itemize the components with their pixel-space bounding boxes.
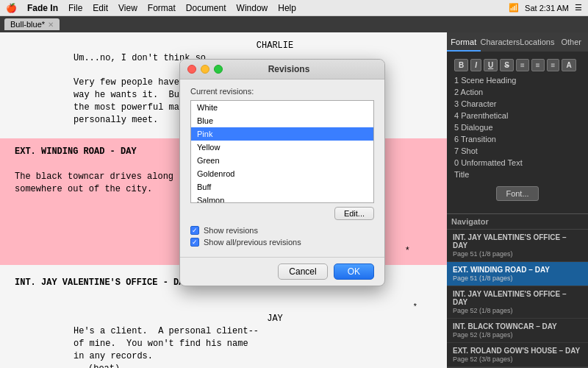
format-toolbar: B I U S ≡ ≡ ≡ A — [451, 56, 584, 74]
cancel-button[interactable]: Cancel — [278, 263, 327, 280]
revision-white[interactable]: White — [191, 101, 373, 114]
nav-item-1[interactable]: EXT. WINDING ROAD – DAY Page 51 (1/8 pag… — [447, 262, 588, 286]
revision-blue[interactable]: Blue — [191, 114, 373, 127]
nav-title-4: EXT. ROLAND GOW'S HOUSE – DAY — [453, 347, 582, 355]
tab-format[interactable]: Format — [447, 32, 481, 52]
nav-title-0: INT. JAY VALENTINE'S OFFICE – DAY — [453, 233, 582, 250]
navigator-header: Navigator — [447, 214, 588, 230]
revisions-dialog: Revisions Current revisions: White Blue … — [179, 59, 385, 286]
nav-page-1: Page 51 (1/8 pages) — [453, 275, 582, 282]
style-action[interactable]: 2 Action — [451, 86, 584, 98]
checkbox-section: ✓ Show revisions ✓ Show all/previous rev… — [190, 226, 374, 247]
character-jay-2: JAY — [118, 313, 432, 325]
style-shot[interactable]: 7 Shot — [451, 145, 584, 157]
menubar: 🍎 Fade In File Edit View Format Document… — [0, 0, 588, 16]
style-dialogue[interactable]: 5 Dialogue — [451, 121, 584, 133]
align-left-button[interactable]: ≡ — [516, 59, 529, 71]
show-revisions-label: Show revisions — [204, 226, 258, 235]
style-transition[interactable]: 6 Transition — [451, 133, 584, 145]
style-unformatted[interactable]: 0 Unformatted Text — [451, 157, 584, 169]
bold-button[interactable]: B — [454, 59, 468, 71]
revision-goldenrod[interactable]: Goldenrod — [191, 167, 373, 180]
revisions-listbox[interactable]: White Blue Pink Yellow Green Goldenrod B… — [190, 100, 374, 203]
dialog-titlebar: Revisions — [180, 60, 384, 79]
underline-button[interactable]: U — [484, 59, 498, 71]
show-all-revisions-row: ✓ Show all/previous revisions — [190, 238, 374, 247]
tab-other[interactable]: Other — [554, 32, 588, 52]
style-parenthetical[interactable]: 4 Parenthetical — [451, 110, 584, 121]
show-revisions-checkbox[interactable]: ✓ — [190, 226, 199, 235]
format-panel: B I U S ≡ ≡ ≡ A 1 Scene Heading 2 Action… — [447, 52, 588, 213]
font-button[interactable]: Font... — [496, 186, 538, 201]
dialog-body: Current revisions: White Blue Pink Yello… — [180, 79, 384, 257]
wifi-icon: 📶 — [509, 3, 519, 13]
apple-menu[interactable]: 🍎 — [6, 3, 17, 13]
menu-window[interactable]: Window — [237, 3, 268, 13]
nav-item-0[interactable]: INT. JAY VALENTINE'S OFFICE – DAY Page 5… — [447, 230, 588, 262]
revision-buff[interactable]: Buff — [191, 180, 373, 194]
revision-salmon[interactable]: Salmon — [191, 194, 373, 203]
menu-format[interactable]: Format — [148, 3, 176, 13]
nav-page-2: Page 52 (1/8 pages) — [453, 307, 582, 314]
italic-button[interactable]: I — [470, 59, 481, 71]
right-panel: Format Characters Locations Other B I U … — [447, 32, 588, 368]
tab-label: Bull-blue* — [10, 20, 45, 29]
menu-file[interactable]: File — [68, 3, 82, 13]
style-character[interactable]: 3 Character — [451, 98, 584, 110]
tab-locations[interactable]: Locations — [520, 32, 554, 52]
dialogue-jay-2: He's a client. A personal client-- of mi… — [74, 325, 373, 362]
nav-title-3: INT. BLACK TOWNCAR – DAY — [453, 322, 582, 330]
menu-edit[interactable]: Edit — [93, 3, 108, 13]
nav-page-4: Page 52 (3/8 pages) — [453, 355, 582, 363]
menu-view[interactable]: View — [118, 3, 137, 13]
style-list: 1 Scene Heading 2 Action 3 Character 4 P… — [451, 74, 584, 180]
nav-title-1: EXT. WINDING ROAD – DAY — [453, 266, 582, 274]
parenthetical-beat: (beat) — [88, 363, 432, 368]
revision-green[interactable]: Green — [191, 154, 373, 167]
battery-time: Sat 2:31 AM — [525, 4, 569, 13]
nav-item-3[interactable]: INT. BLACK TOWNCAR – DAY Page 52 (1/8 pa… — [447, 319, 588, 343]
align-right-button[interactable]: ≡ — [547, 59, 560, 71]
tab-bull-blue[interactable]: Bull-blue* ✕ — [4, 18, 60, 30]
tabbar: Bull-blue* ✕ — [0, 16, 588, 32]
tab-characters[interactable]: Characters — [481, 32, 520, 52]
nav-page-3: Page 52 (1/8 pages) — [453, 331, 582, 339]
style-title[interactable]: Title — [451, 169, 584, 180]
style-scene-heading[interactable]: 1 Scene Heading — [451, 74, 584, 86]
nav-title-2: INT. JAY VALENTINE'S OFFICE – DAY — [453, 290, 582, 306]
strikethrough-button[interactable]: S — [500, 59, 514, 71]
app-name[interactable]: Fade In — [27, 3, 58, 13]
close-tab-icon[interactable]: ✕ — [48, 21, 54, 29]
format-tabs: Format Characters Locations Other — [447, 32, 588, 52]
script-area[interactable]: CHARLIE Um...no, I don't think so. JAY V… — [0, 32, 447, 368]
revision-pink[interactable]: Pink — [191, 127, 373, 141]
align-center-button[interactable]: ≡ — [531, 59, 545, 71]
main-area: CHARLIE Um...no, I don't think so. JAY V… — [0, 32, 588, 368]
menu-document[interactable]: Document — [186, 3, 226, 13]
character-charlie: CHARLIE — [118, 40, 432, 52]
navigator-panel: Navigator INT. JAY VALENTINE'S OFFICE – … — [447, 213, 588, 368]
navigator-list: INT. JAY VALENTINE'S OFFICE – DAY Page 5… — [447, 230, 588, 367]
page-marker: * — [15, 302, 432, 313]
ok-button[interactable]: OK — [334, 263, 374, 280]
edit-button[interactable]: Edit... — [334, 207, 374, 220]
current-revisions-label: Current revisions: — [190, 87, 374, 96]
nav-item-4[interactable]: EXT. ROLAND GOW'S HOUSE – DAY Page 52 (3… — [447, 343, 588, 367]
color-button[interactable]: A — [562, 59, 576, 71]
nav-item-2[interactable]: INT. JAY VALENTINE'S OFFICE – DAY Page 5… — [447, 286, 588, 319]
nav-page-0: Page 51 (1/8 pages) — [453, 250, 582, 258]
edit-btn-row: Edit... — [190, 207, 374, 220]
show-all-revisions-checkbox[interactable]: ✓ — [190, 238, 199, 247]
close-button[interactable] — [187, 65, 196, 74]
show-all-revisions-label: Show all/previous revisions — [204, 238, 301, 247]
menu-help[interactable]: Help — [278, 3, 296, 13]
show-revisions-row: ✓ Show revisions — [190, 226, 374, 235]
dialog-title: Revisions — [201, 64, 377, 74]
revision-yellow[interactable]: Yellow — [191, 141, 373, 154]
dialog-footer: Cancel OK — [180, 257, 384, 286]
menu-extra-icon: ☰ — [575, 3, 582, 13]
